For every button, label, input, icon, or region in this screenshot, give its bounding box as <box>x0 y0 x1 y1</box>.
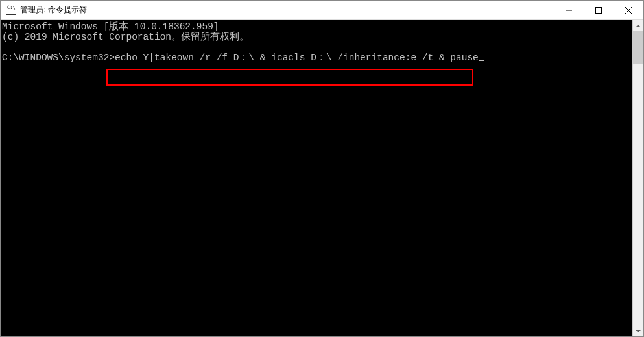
cmd-window: 管理员: 命令提示符 Microsoft Windows [版本 10.0.18… <box>0 0 644 337</box>
cmd-icon <box>6 6 16 15</box>
minimize-icon <box>566 7 572 14</box>
window-controls <box>554 1 643 19</box>
maximize-icon <box>595 7 602 14</box>
svg-marker-5 <box>636 330 641 332</box>
terminal-prompt: C:\WINDOWS\system32> <box>2 53 115 63</box>
svg-marker-4 <box>636 25 641 27</box>
close-button[interactable] <box>614 1 643 19</box>
chevron-down-icon <box>636 330 641 332</box>
scroll-up-button[interactable] <box>633 20 643 31</box>
window-title: 管理员: 命令提示符 <box>20 5 87 16</box>
terminal-area: Microsoft Windows [版本 10.0.18362.959] (c… <box>1 20 643 336</box>
titlebar: 管理员: 命令提示符 <box>1 1 643 20</box>
scrollbar-vertical[interactable] <box>632 20 643 336</box>
terminal[interactable]: Microsoft Windows [版本 10.0.18362.959] (c… <box>1 20 632 336</box>
terminal-line-version: Microsoft Windows [版本 10.0.18362.959] <box>2 21 219 32</box>
chevron-up-icon <box>636 25 641 27</box>
close-icon <box>625 7 632 14</box>
scroll-thumb[interactable] <box>633 31 643 64</box>
scroll-track[interactable] <box>633 31 643 325</box>
scroll-down-button[interactable] <box>633 325 643 336</box>
terminal-command: echo Y|takeown /r /f D：\ & icacls D：\ /i… <box>115 53 479 63</box>
titlebar-left: 管理员: 命令提示符 <box>1 5 87 16</box>
svg-rect-1 <box>596 7 602 13</box>
minimize-button[interactable] <box>554 1 584 19</box>
maximize-button[interactable] <box>584 1 614 19</box>
terminal-cursor <box>479 60 484 61</box>
terminal-line-copyright: (c) 2019 Microsoft Corporation。保留所有权利。 <box>2 32 249 42</box>
